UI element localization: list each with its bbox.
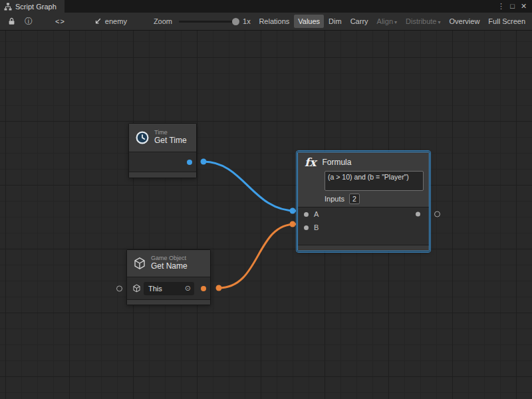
get-time-output-port[interactable]	[187, 160, 192, 165]
node-title: Get Name	[151, 262, 188, 271]
node-get-time[interactable]: Time Get Time	[128, 123, 197, 178]
inputs-count-field[interactable]: 2	[349, 194, 360, 204]
formula-output-port[interactable]	[416, 212, 420, 217]
graph-breadcrumb[interactable]: enemy	[94, 17, 127, 25]
node-get-time-body	[129, 152, 196, 172]
cube-icon	[133, 257, 146, 270]
wire-end-dot-orange	[290, 221, 296, 227]
port-label-b: B	[314, 223, 319, 231]
dim-button[interactable]: Dim	[325, 15, 346, 28]
fullscreen-button[interactable]: Full Screen	[484, 15, 529, 28]
node-get-name-header[interactable]: Game Object Get Name	[127, 250, 210, 277]
graph-toolbar: ⓘ <> enemy Zoom 1x Relations Values Dim …	[0, 13, 532, 31]
node-footer	[127, 299, 210, 305]
formula-input-port-a[interactable]	[304, 212, 309, 217]
formula-input-port-b[interactable]	[304, 225, 309, 230]
lock-button[interactable]	[5, 15, 17, 28]
formula-output-port-outer[interactable]	[434, 211, 440, 217]
node-get-name-body: This ⊙	[127, 277, 210, 299]
zoom-slider-track[interactable]	[179, 21, 237, 23]
close-button[interactable]: ✕	[518, 0, 529, 13]
node-footer	[129, 172, 196, 178]
node-formula[interactable]: fx Formula (a > 10) and (b = "Player") I…	[297, 152, 430, 251]
carry-button[interactable]: Carry	[346, 15, 372, 28]
distribute-button: Distribute▾	[402, 15, 444, 28]
formula-ports-section: A B	[298, 207, 429, 245]
zoom-label: Zoom	[154, 17, 172, 25]
title-bar: Script Graph ⋮ □ ✕	[0, 0, 532, 13]
get-name-output-port[interactable]	[201, 286, 206, 291]
values-button[interactable]: Values	[294, 15, 324, 28]
wire-end-dot-blue	[290, 208, 296, 214]
toolbar-buttons: Relations Values Dim Carry Align▾ Distri…	[255, 15, 529, 28]
node-footer	[298, 245, 429, 251]
align-button: Align▾	[373, 15, 401, 28]
lock-icon	[8, 17, 15, 25]
formula-expression-input[interactable]: (a > 10) and (b = "Player")	[325, 171, 424, 191]
wire-start-dot-orange	[216, 285, 222, 291]
node-title: Get Time	[154, 136, 187, 145]
graph-canvas[interactable]: Time Get Time fx Formula (a > 10) and (b…	[0, 31, 532, 399]
zoom-slider[interactable]	[179, 17, 237, 26]
object-picker-icon[interactable]: ⊙	[185, 284, 191, 293]
cube-icon-small	[132, 284, 141, 293]
formula-port-row-b: B	[298, 221, 429, 234]
overview-button[interactable]: Overview	[446, 15, 484, 28]
node-get-name[interactable]: Game Object Get Name This ⊙	[126, 249, 211, 305]
maximize-button[interactable]: □	[507, 0, 518, 13]
chevron-down-icon: ▾	[438, 19, 441, 25]
target-object-value: This	[148, 285, 162, 293]
zoom-value: 1x	[243, 17, 251, 25]
get-name-target-input-port[interactable]	[116, 285, 122, 291]
target-object-field[interactable]: This ⊙	[144, 282, 194, 295]
graph-pointer-icon	[94, 17, 102, 25]
chevron-down-icon: ▾	[394, 19, 397, 25]
window-controls: ⋮ □ ✕	[495, 0, 529, 13]
script-graph-icon	[4, 0, 12, 13]
formula-icon: fx	[305, 156, 316, 169]
tab-title: Script Graph	[15, 3, 57, 11]
wire-start-dot-blue	[201, 159, 207, 165]
wire-get-time-to-formula-a[interactable]	[203, 162, 295, 211]
connection-wires	[0, 31, 532, 399]
port-label-a: A	[314, 210, 319, 218]
info-button[interactable]: ⓘ	[23, 15, 35, 28]
clock-icon	[135, 130, 150, 145]
wire-get-name-to-formula-b[interactable]	[219, 224, 295, 288]
tab-script-graph[interactable]: Script Graph	[0, 0, 65, 13]
node-formula-header[interactable]: fx Formula (a > 10) and (b = "Player") I…	[298, 152, 429, 207]
zoom-slider-handle[interactable]	[232, 18, 239, 25]
relations-button[interactable]: Relations	[255, 15, 293, 28]
inputs-label: Inputs	[325, 195, 344, 203]
graph-name-label: enemy	[105, 17, 127, 25]
code-view-button[interactable]: <>	[52, 16, 68, 27]
window-menu-button[interactable]: ⋮	[495, 0, 507, 13]
node-get-time-header[interactable]: Time Get Time	[129, 124, 196, 152]
node-title: Formula	[322, 158, 351, 167]
formula-port-row-a: A	[298, 207, 429, 221]
